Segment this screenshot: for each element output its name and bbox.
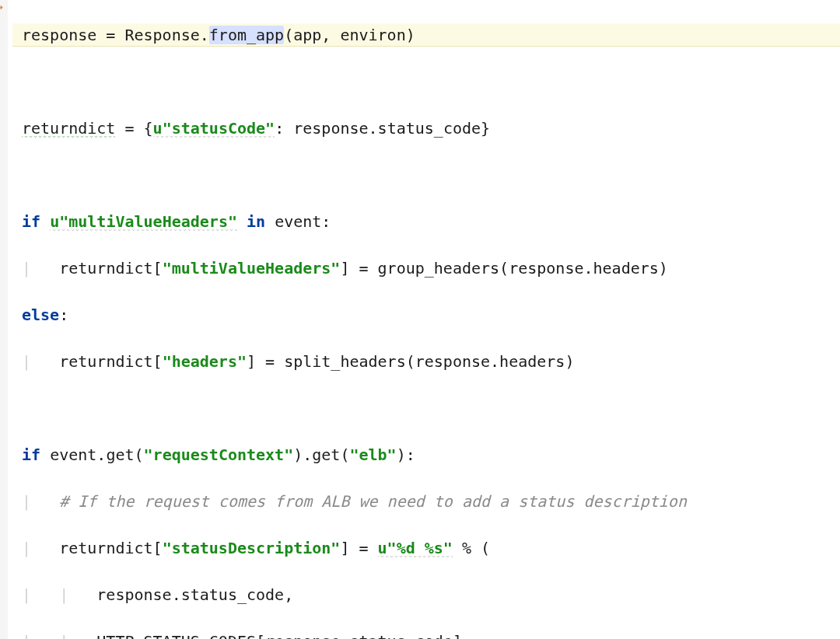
- code-line[interactable]: | returndict["statusDescription"] = u"%d…: [12, 536, 840, 560]
- code-line[interactable]: | returndict["headers"] = split_headers(…: [12, 350, 840, 373]
- indent-guide-icon: |: [22, 259, 59, 278]
- code-text: response = Response.: [22, 26, 209, 44]
- indent-guide-icon: |: [22, 539, 59, 557]
- code-line[interactable]: else:: [12, 303, 840, 326]
- code-line[interactable]: [12, 70, 840, 93]
- code-text: (app, environ): [284, 26, 415, 44]
- editor-gutter[interactable]: ➔: [0, 0, 8, 639]
- code-line[interactable]: [12, 163, 840, 187]
- code-comment: # If the request comes from ALB we need …: [59, 492, 687, 511]
- code-line[interactable]: | | response.status_code,: [12, 583, 840, 606]
- code-line[interactable]: if u"multiValueHeaders" in event:: [12, 210, 840, 233]
- indent-guide-icon: |: [22, 492, 59, 511]
- code-line[interactable]: | returndict["multiValueHeaders"] = grou…: [12, 257, 840, 280]
- code-line-current[interactable]: response = Response.from_app(app, enviro…: [12, 23, 840, 47]
- code-editor[interactable]: response = Response.from_app(app, enviro…: [8, 0, 840, 639]
- indent-guide-icon: |: [22, 352, 59, 371]
- selection: from_app: [209, 26, 284, 44]
- code-line[interactable]: if event.get("requestContext").get("elb"…: [12, 443, 840, 466]
- code-line[interactable]: returndict = {u"statusCode": response.st…: [12, 117, 840, 140]
- code-line[interactable]: | | HTTP_STATUS_CODES[response.status_co…: [12, 630, 840, 639]
- code-line[interactable]: [12, 396, 840, 420]
- indent-guide-icon: | |: [22, 632, 96, 639]
- indent-guide-icon: | |: [22, 585, 96, 604]
- breakpoint-arrow-icon[interactable]: ➔: [0, 0, 3, 19]
- code-line[interactable]: | # If the request comes from ALB we nee…: [12, 490, 840, 513]
